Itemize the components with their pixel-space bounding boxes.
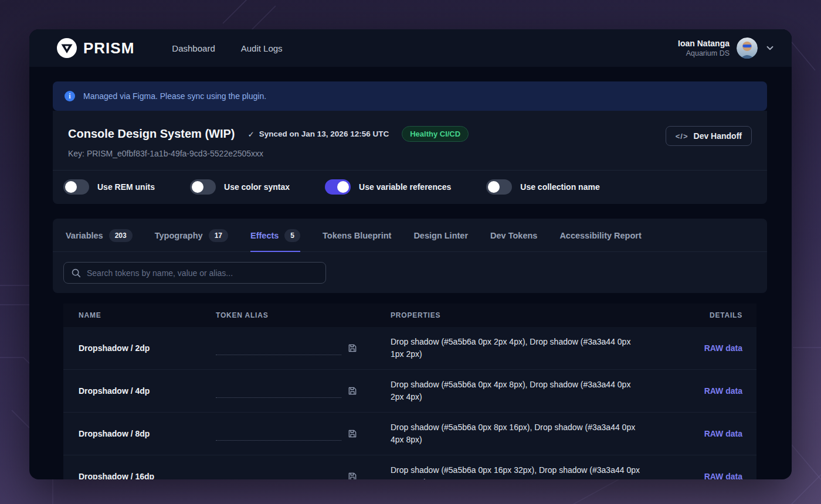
tab-dev-tokens[interactable]: Dev Tokens xyxy=(490,219,537,252)
prism-logo-icon xyxy=(56,38,77,59)
toggle-use-collection-name: Use collection name xyxy=(486,179,599,195)
tab-effects[interactable]: Effects 5 xyxy=(250,219,300,252)
tokens-panel: Variables 203 Typography 17 Effects 5 To… xyxy=(53,219,767,293)
token-properties: Drop shadow (#5a5b6a 0px 16px 32px), Dro… xyxy=(391,456,640,479)
search-input[interactable] xyxy=(87,268,318,278)
token-alias-cell xyxy=(216,471,391,479)
token-properties: Drop shadow (#5a5b6a 0px 2px 4px), Drop … xyxy=(391,328,640,369)
tab-variables[interactable]: Variables 203 xyxy=(66,219,133,252)
toggle-label: Use color syntax xyxy=(224,182,290,192)
table-row: Dropshadow / 8dp Drop shadow (#5a5b6a 0p… xyxy=(63,413,756,455)
table-row: Dropshadow / 16dp Drop shadow (#5a5b6a 0… xyxy=(63,455,756,479)
table-row: Dropshadow / 4dp Drop shadow (#5a5b6a 0p… xyxy=(63,370,756,413)
table-body: Dropshadow / 2dp Drop shadow (#5a5b6a 0p… xyxy=(63,327,756,479)
tab-label: Variables xyxy=(66,231,103,240)
toggle-label: Use REM units xyxy=(97,182,155,192)
token-alias-cell xyxy=(216,428,391,439)
user-meta: Ioan Natanga Aquarium DS xyxy=(678,38,730,58)
nav-item-dashboard[interactable]: Dashboard xyxy=(172,43,215,53)
tab-accessibility-report[interactable]: Accessibility Report xyxy=(559,219,641,252)
chevron-down-icon[interactable] xyxy=(765,43,775,53)
system-header-panel: Console Design System (WIP) ✓ Synced on … xyxy=(53,111,767,204)
alias-input-line[interactable] xyxy=(216,440,341,441)
save-icon[interactable] xyxy=(347,343,358,353)
search-icon xyxy=(71,268,81,278)
dev-handoff-button[interactable]: </> Dev Handoff xyxy=(666,126,752,146)
token-name: Dropshadow / 8dp xyxy=(79,429,216,438)
effects-table: NAME TOKEN ALIAS PROPERTIES DETAILS Drop… xyxy=(63,304,756,479)
brand: PRISM xyxy=(56,38,134,59)
tab-label: Accessibility Report xyxy=(559,231,641,240)
toggle-label: Use collection name xyxy=(520,182,599,192)
sync-status-text: Synced on Jan 13, 2026 12:56 UTC xyxy=(259,130,389,138)
nav-links: Dashboard Audit Logs xyxy=(172,43,282,53)
tab-count-badge: 203 xyxy=(109,229,133,242)
save-icon[interactable] xyxy=(347,386,358,396)
user-menu[interactable]: Ioan Natanga Aquarium DS xyxy=(678,38,775,59)
raw-data-link[interactable]: RAW data xyxy=(678,343,742,353)
rem-units-switch[interactable] xyxy=(63,179,89,195)
token-name: Dropshadow / 16dp xyxy=(79,472,216,479)
token-alias-cell xyxy=(216,343,391,353)
col-properties: PROPERTIES xyxy=(391,311,678,319)
code-icon: </> xyxy=(676,132,688,141)
top-navbar: PRISM Dashboard Audit Logs Ioan Natanga … xyxy=(29,29,792,67)
col-token-alias: TOKEN ALIAS xyxy=(216,311,391,319)
toggle-use-variable-references: Use variable references xyxy=(325,179,451,195)
tab-bar: Variables 203 Typography 17 Effects 5 To… xyxy=(53,219,767,252)
banner-text: Managed via Figma. Please sync using the… xyxy=(83,91,266,101)
page-title: Console Design System (WIP) xyxy=(68,127,235,141)
token-properties: Drop shadow (#5a5b6a 0px 4px 8px), Drop … xyxy=(391,370,640,411)
sync-status: ✓ Synced on Jan 13, 2026 12:56 UTC xyxy=(248,130,389,139)
figma-sync-banner: i Managed via Figma. Please sync using t… xyxy=(53,81,767,111)
color-syntax-switch[interactable] xyxy=(190,179,216,195)
tab-tokens-blueprint[interactable]: Tokens Blueprint xyxy=(323,219,391,252)
toggle-label: Use variable references xyxy=(359,182,451,192)
brand-name: PRISM xyxy=(83,39,134,57)
toggle-use-color-syntax: Use color syntax xyxy=(190,179,290,195)
token-alias-cell xyxy=(216,386,391,396)
avatar[interactable] xyxy=(737,38,758,59)
nav-item-audit-logs[interactable]: Audit Logs xyxy=(241,43,283,53)
tab-label: Design Linter xyxy=(413,231,468,240)
table-header: NAME TOKEN ALIAS PROPERTIES DETAILS xyxy=(63,304,756,327)
tab-label: Typography xyxy=(155,231,203,240)
tab-label: Tokens Blueprint xyxy=(323,231,391,240)
variable-references-switch[interactable] xyxy=(325,179,351,195)
tab-count-badge: 17 xyxy=(209,229,228,242)
collection-name-switch[interactable] xyxy=(486,179,512,195)
system-key: Key: PRISM_e0fbf83f-1a1b-49fa-9cd3-5522e… xyxy=(68,149,469,158)
alias-input-line[interactable] xyxy=(216,355,341,355)
token-properties: Drop shadow (#5a5b6a 0px 8px 16px), Drop… xyxy=(391,413,640,454)
health-badge: Healthy CI/CD xyxy=(402,126,469,142)
token-name: Dropshadow / 2dp xyxy=(79,343,216,353)
export-toggles: Use REM units Use color syntax Use varia… xyxy=(53,171,767,204)
save-icon[interactable] xyxy=(347,471,358,479)
app-window: PRISM Dashboard Audit Logs Ioan Natanga … xyxy=(29,29,792,479)
toggle-use-rem-units: Use REM units xyxy=(63,179,155,195)
tab-typography[interactable]: Typography 17 xyxy=(155,219,228,252)
col-details: DETAILS xyxy=(678,311,742,319)
alias-input-line[interactable] xyxy=(216,397,341,398)
check-icon: ✓ xyxy=(248,130,255,139)
dev-handoff-label: Dev Handoff xyxy=(694,131,742,141)
raw-data-link[interactable]: RAW data xyxy=(678,386,742,396)
user-name: Ioan Natanga xyxy=(678,38,730,49)
tab-label: Dev Tokens xyxy=(490,231,537,240)
tab-design-linter[interactable]: Design Linter xyxy=(413,219,468,252)
token-search[interactable] xyxy=(63,262,326,284)
avatar-photo xyxy=(737,38,758,59)
col-name: NAME xyxy=(79,311,216,319)
save-icon[interactable] xyxy=(347,428,358,439)
raw-data-link[interactable]: RAW data xyxy=(678,472,742,479)
token-name: Dropshadow / 4dp xyxy=(79,386,216,396)
tab-count-badge: 5 xyxy=(284,229,300,242)
raw-data-link[interactable]: RAW data xyxy=(678,429,742,438)
info-icon: i xyxy=(65,91,75,101)
user-org: Aquarium DS xyxy=(678,49,730,58)
table-row: Dropshadow / 2dp Drop shadow (#5a5b6a 0p… xyxy=(63,327,756,370)
tab-label: Effects xyxy=(250,231,279,240)
